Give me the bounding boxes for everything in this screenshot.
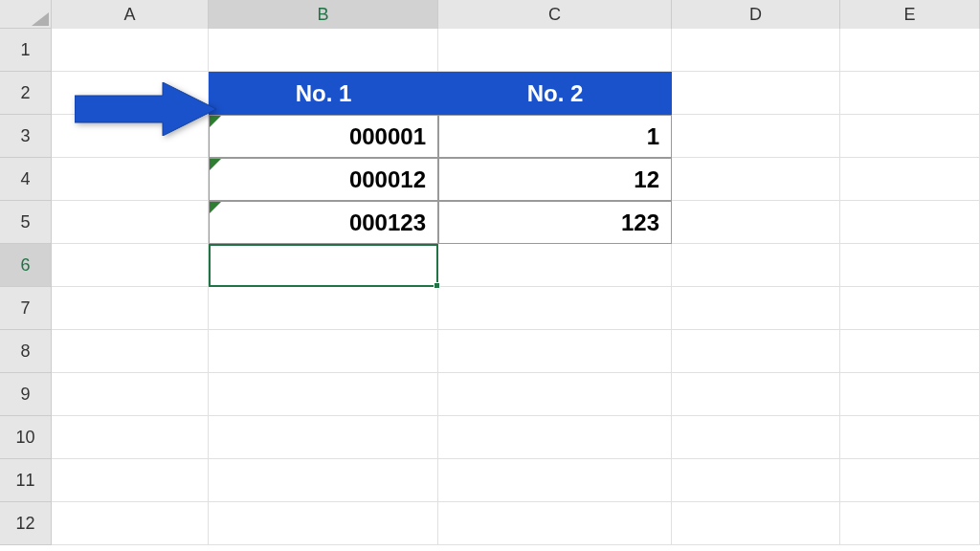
row-11: 11 — [0, 459, 980, 502]
text-format-indicator-icon — [210, 159, 221, 170]
cell-A9[interactable] — [52, 373, 209, 416]
row-header-12[interactable]: 12 — [0, 502, 52, 545]
cell-B4[interactable]: 000012 — [209, 158, 438, 201]
row-10: 10 — [0, 416, 980, 459]
arrow-annotation-icon — [75, 82, 216, 140]
cell-C11[interactable] — [438, 459, 672, 502]
row-7: 7 — [0, 287, 980, 330]
row-9: 9 — [0, 373, 980, 416]
cell-D11[interactable] — [672, 459, 840, 502]
cell-A7[interactable] — [52, 287, 209, 330]
col-header-B[interactable]: B — [209, 0, 438, 29]
row-header-5[interactable]: 5 — [0, 201, 52, 244]
cell-B8[interactable] — [209, 330, 438, 373]
cell-B7[interactable] — [209, 287, 438, 330]
cell-E8[interactable] — [840, 330, 980, 373]
cell-D1[interactable] — [672, 29, 840, 72]
cell-D6[interactable] — [672, 244, 840, 287]
cell-D12[interactable] — [672, 502, 840, 545]
row-4: 4 000012 12 — [0, 158, 980, 201]
cell-B6[interactable] — [209, 244, 438, 287]
cell-A5[interactable] — [52, 201, 209, 244]
row-header-9[interactable]: 9 — [0, 373, 52, 416]
cell-D4[interactable] — [672, 158, 840, 201]
cell-C10[interactable] — [438, 416, 672, 459]
cell-C9[interactable] — [438, 373, 672, 416]
cell-B2[interactable]: No. 1 — [209, 72, 438, 115]
cell-E1[interactable] — [840, 29, 980, 72]
row-header-3[interactable]: 3 — [0, 115, 52, 158]
cell-A6[interactable] — [52, 244, 209, 287]
cell-D2[interactable] — [672, 72, 840, 115]
cell-B5[interactable]: 000123 — [209, 201, 438, 244]
cell-D5[interactable] — [672, 201, 840, 244]
row-header-6[interactable]: 6 — [0, 244, 52, 287]
cell-E10[interactable] — [840, 416, 980, 459]
row-8: 8 — [0, 330, 980, 373]
row-header-10[interactable]: 10 — [0, 416, 52, 459]
cell-B1[interactable] — [209, 29, 438, 72]
row-5: 5 000123 123 — [0, 201, 980, 244]
row-header-2[interactable]: 2 — [0, 72, 52, 115]
cell-B3[interactable]: 000001 — [209, 115, 438, 158]
cell-value: 000123 — [349, 209, 426, 236]
text-format-indicator-icon — [210, 202, 221, 213]
cell-C5[interactable]: 123 — [438, 201, 672, 244]
col-header-A[interactable]: A — [52, 0, 209, 29]
cell-C12[interactable] — [438, 502, 672, 545]
cell-E3[interactable] — [840, 115, 980, 158]
cell-D8[interactable] — [672, 330, 840, 373]
cell-A12[interactable] — [52, 502, 209, 545]
select-all-corner[interactable] — [0, 0, 52, 29]
cell-E5[interactable] — [840, 201, 980, 244]
cell-C4[interactable]: 12 — [438, 158, 672, 201]
cell-E2[interactable] — [840, 72, 980, 115]
cell-D10[interactable] — [672, 416, 840, 459]
row-12: 12 — [0, 502, 980, 545]
cell-B10[interactable] — [209, 416, 438, 459]
cell-E7[interactable] — [840, 287, 980, 330]
cell-D3[interactable] — [672, 115, 840, 158]
col-header-E[interactable]: E — [840, 0, 980, 29]
cell-C2[interactable]: No. 2 — [438, 72, 672, 115]
cell-A10[interactable] — [52, 416, 209, 459]
cell-B9[interactable] — [209, 373, 438, 416]
row-header-11[interactable]: 11 — [0, 459, 52, 502]
cell-D7[interactable] — [672, 287, 840, 330]
cell-value: 000012 — [349, 166, 426, 193]
row-header-1[interactable]: 1 — [0, 29, 52, 72]
col-header-C[interactable]: C — [438, 0, 672, 29]
cell-C3[interactable]: 1 — [438, 115, 672, 158]
svg-marker-0 — [75, 82, 216, 136]
cell-C7[interactable] — [438, 287, 672, 330]
col-header-D[interactable]: D — [672, 0, 840, 29]
cell-C6[interactable] — [438, 244, 672, 287]
row-header-4[interactable]: 4 — [0, 158, 52, 201]
cell-B11[interactable] — [209, 459, 438, 502]
cell-B12[interactable] — [209, 502, 438, 545]
cell-E6[interactable] — [840, 244, 980, 287]
row-6: 6 — [0, 244, 980, 287]
cell-E11[interactable] — [840, 459, 980, 502]
cell-A4[interactable] — [52, 158, 209, 201]
cell-E4[interactable] — [840, 158, 980, 201]
cell-E9[interactable] — [840, 373, 980, 416]
cell-A8[interactable] — [52, 330, 209, 373]
cell-D9[interactable] — [672, 373, 840, 416]
cell-A11[interactable] — [52, 459, 209, 502]
column-headers: A B C D E — [0, 0, 980, 29]
row-1: 1 — [0, 29, 980, 72]
fill-handle[interactable] — [434, 282, 440, 289]
cell-value: 000001 — [349, 123, 426, 150]
row-header-8[interactable]: 8 — [0, 330, 52, 373]
cell-C1[interactable] — [438, 29, 672, 72]
cell-E12[interactable] — [840, 502, 980, 545]
cell-A1[interactable] — [52, 29, 209, 72]
cell-C8[interactable] — [438, 330, 672, 373]
row-header-7[interactable]: 7 — [0, 287, 52, 330]
